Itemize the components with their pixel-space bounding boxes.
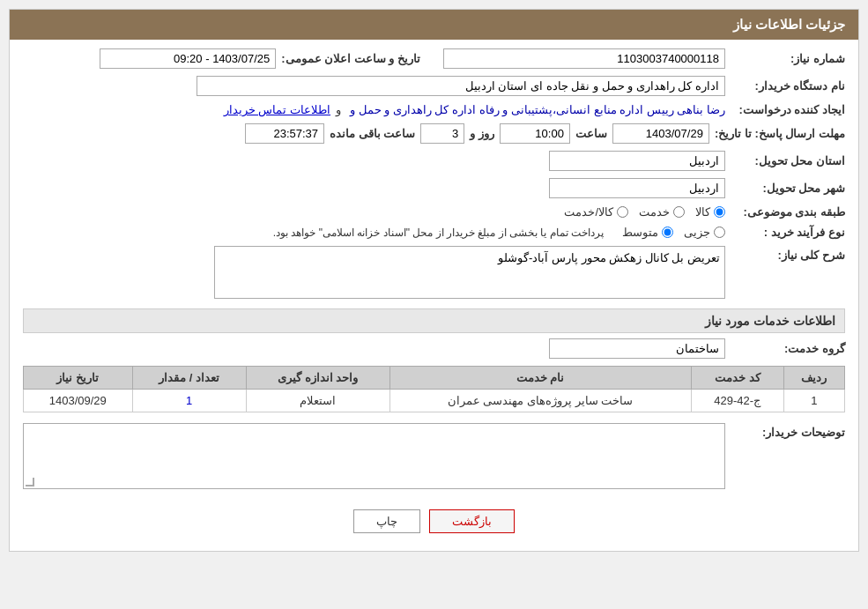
- resize-handle: [26, 478, 34, 486]
- col-row-num: ردیف: [783, 367, 844, 390]
- city-label: شهر محل تحویل:: [731, 182, 845, 195]
- col-service-code: کد خدمت: [691, 367, 783, 390]
- province-input[interactable]: [549, 151, 725, 171]
- creator-value: رضا بناهی رییس اداره منابع انسانی،پشتیبا…: [350, 103, 725, 116]
- announce-date-input[interactable]: [100, 48, 276, 69]
- cell-date: 1403/09/29: [24, 390, 133, 412]
- deadline-row: مهلت ارسال پاسخ: تا تاریخ: ساعت روز و سا…: [23, 123, 845, 144]
- and-text: و: [336, 103, 341, 116]
- province-row: استان محل تحویل:: [23, 151, 845, 171]
- deadline-time-label: ساعت: [575, 127, 607, 140]
- purchase-type-motavasset[interactable]: متوسط: [622, 226, 673, 239]
- deadline-time-input[interactable]: [500, 123, 570, 144]
- purchase-type-label: نوع فرآیند خرید :: [731, 226, 845, 239]
- need-description-row: شرح کلی نیاز:: [23, 246, 845, 301]
- category-khedmat[interactable]: خدمت: [639, 205, 685, 219]
- purchase-type-row: نوع فرآیند خرید : جزیی متوسط پرداخت تمام…: [23, 226, 845, 239]
- buyer-notes-row: توضیحات خریدار:: [23, 423, 845, 489]
- category-row: طبقه بندی موضوعی: کالا خدمت کالا/خدمت: [23, 205, 845, 219]
- creator-row: ایجاد کننده درخواست: رضا بناهی رییس ادار…: [23, 103, 845, 116]
- purchase-type-motavasset-label: متوسط: [622, 226, 658, 239]
- buyer-org-row: نام دستگاه خریدار:: [23, 76, 845, 96]
- buyer-notes-label: توضیحات خریدار:: [731, 423, 845, 439]
- category-kala-khedmat-label: کالا/خدمت: [564, 205, 613, 219]
- need-description-label: شرح کلی نیاز:: [731, 246, 845, 262]
- need-description-content: [23, 246, 725, 301]
- cell-row-num: 1: [783, 390, 844, 412]
- col-service-name: نام خدمت: [389, 367, 691, 390]
- city-row: شهر محل تحویل:: [23, 178, 845, 198]
- service-group-label: گروه خدمت:: [731, 342, 845, 355]
- col-quantity: تعداد / مقدار: [132, 367, 246, 390]
- cell-service-name: ساخت سایر پروژه‌های مهندسی عمران: [389, 390, 691, 412]
- col-unit: واحد اندازه گیری: [246, 367, 389, 390]
- main-panel: جزئیات اطلاعات نیاز شماره نیاز: تاریخ و …: [9, 9, 859, 552]
- deadline-days-label: روز و: [470, 127, 494, 140]
- city-input[interactable]: [549, 178, 725, 198]
- service-group-input[interactable]: [549, 338, 725, 359]
- purchase-type-jozi-label: جزیی: [684, 226, 710, 239]
- panel-title: جزئیات اطلاعات نیاز: [733, 17, 845, 32]
- col-date: تاریخ نیاز: [24, 367, 133, 390]
- need-number-label: شماره نیاز:: [731, 52, 845, 65]
- deadline-days-input[interactable]: [420, 123, 464, 144]
- buyer-org-label: نام دستگاه خریدار:: [731, 79, 845, 93]
- category-kala-label: کالا: [695, 205, 710, 219]
- buyer-notes-wrapper: [23, 423, 725, 489]
- print-button[interactable]: چاپ: [353, 509, 420, 533]
- category-khedmat-radio[interactable]: [673, 206, 685, 218]
- creator-label: ایجاد کننده درخواست:: [731, 103, 845, 116]
- deadline-date-input[interactable]: [612, 123, 709, 144]
- category-kala[interactable]: کالا: [695, 205, 725, 219]
- cell-unit: استعلام: [246, 390, 389, 412]
- services-table: ردیف کد خدمت نام خدمت واحد اندازه گیری ت…: [23, 366, 845, 412]
- category-label: طبقه بندی موضوعی:: [731, 205, 845, 219]
- deadline-label: مهلت ارسال پاسخ: تا تاریخ:: [715, 127, 845, 140]
- category-khedmat-label: خدمت: [639, 205, 670, 219]
- table-row: 1 ج-42-429 ساخت سایر پروژه‌های مهندسی عم…: [24, 390, 845, 412]
- panel-header: جزئیات اطلاعات نیاز: [10, 10, 858, 40]
- category-kala-khedmat[interactable]: کالا/خدمت: [564, 205, 628, 219]
- panel-body: شماره نیاز: تاریخ و ساعت اعلان عمومی: نا…: [10, 40, 858, 551]
- category-kala-radio[interactable]: [714, 206, 725, 218]
- back-button[interactable]: بازگشت: [429, 509, 515, 533]
- buyer-notes-content: [23, 423, 725, 489]
- page-container: جزئیات اطلاعات نیاز شماره نیاز: تاریخ و …: [0, 0, 868, 609]
- purchase-type-radio-group: جزیی متوسط: [622, 226, 725, 239]
- purchase-type-note: پرداخت تمام یا بخشی از مبلغ خریدار از مح…: [273, 227, 604, 239]
- need-number-input[interactable]: [443, 48, 725, 69]
- need-description-wrapper: [214, 246, 725, 301]
- purchase-type-motavasset-radio[interactable]: [662, 227, 673, 238]
- purchase-type-jozi-radio[interactable]: [714, 227, 725, 238]
- service-group-row: گروه خدمت:: [23, 338, 845, 359]
- purchase-type-jozi[interactable]: جزیی: [684, 226, 725, 239]
- category-radio-group: کالا خدمت کالا/خدمت: [564, 205, 725, 219]
- bottom-buttons: بازگشت چاپ: [23, 496, 845, 542]
- category-kala-khedmat-radio[interactable]: [617, 206, 628, 218]
- services-section-label: اطلاعات خدمات مورد نیاز: [705, 314, 835, 328]
- cell-service-code: ج-42-429: [691, 390, 783, 412]
- need-number-row: شماره نیاز: تاریخ و ساعت اعلان عمومی:: [23, 48, 845, 69]
- cell-quantity: 1: [132, 390, 246, 412]
- buyer-org-input[interactable]: [197, 76, 725, 96]
- contact-link[interactable]: اطلاعات تماس خریدار: [224, 103, 330, 116]
- buyer-notes-textarea[interactable]: [24, 424, 724, 486]
- countdown-input[interactable]: [245, 123, 324, 144]
- province-label: استان محل تحویل:: [731, 154, 845, 167]
- announce-date-label: تاریخ و ساعت اعلان عمومی:: [281, 52, 420, 65]
- services-section-header: اطلاعات خدمات مورد نیاز: [23, 308, 845, 333]
- countdown-label: ساعت باقی مانده: [330, 127, 415, 140]
- need-description-textarea[interactable]: [214, 246, 725, 299]
